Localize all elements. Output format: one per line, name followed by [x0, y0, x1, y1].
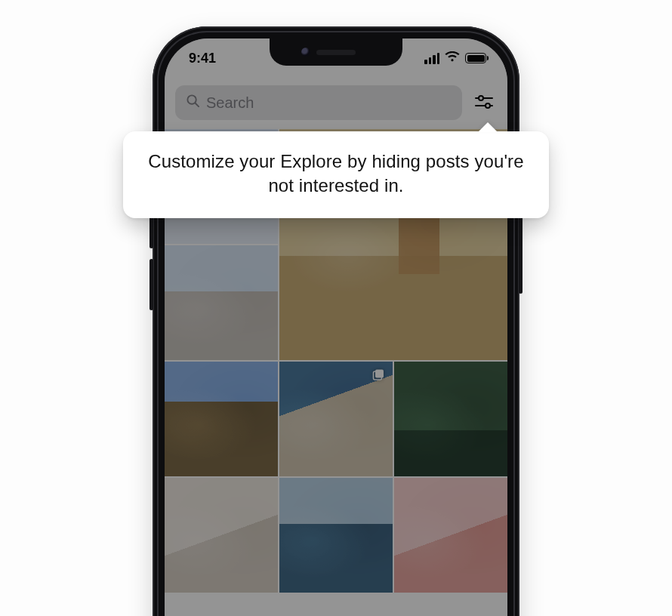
svg-line-1: [196, 103, 199, 106]
explore-tile[interactable]: [279, 478, 393, 593]
explore-tile[interactable]: [165, 362, 278, 476]
svg-rect-6: [375, 370, 384, 378]
search-row: [175, 85, 497, 120]
svg-rect-7: [374, 371, 382, 380]
status-time: 9:41: [189, 51, 216, 66]
volume-down-button: [150, 259, 153, 310]
front-camera-icon: [301, 48, 310, 57]
wifi-icon: [445, 51, 460, 66]
tooltip-arrow-icon: [478, 122, 498, 132]
explore-tile[interactable]: [165, 478, 278, 593]
phone-screen: 9:41: [165, 38, 507, 616]
carousel-badge-icon: [371, 368, 387, 383]
filters-icon: [474, 94, 494, 112]
explore-customize-tooltip[interactable]: Customize your Explore by hiding posts y…: [123, 131, 549, 218]
explore-tile[interactable]: [394, 362, 507, 476]
search-field[interactable]: [175, 85, 462, 120]
device-notch: [270, 38, 402, 66]
battery-icon: [465, 53, 486, 63]
explore-tile[interactable]: [279, 362, 393, 476]
tooltip-text: Customize your Explore by hiding posts y…: [148, 151, 523, 196]
earpiece-speaker: [316, 50, 356, 55]
svg-point-5: [486, 103, 490, 108]
svg-point-3: [479, 96, 483, 100]
side-power-button: [519, 215, 522, 294]
explore-tile[interactable]: [394, 478, 507, 593]
search-icon: [186, 94, 200, 112]
cellular-signal-icon: [424, 53, 439, 64]
explore-tile[interactable]: [165, 245, 278, 360]
search-input[interactable]: [206, 94, 452, 112]
filters-button[interactable]: [471, 85, 497, 120]
phone-frame: 9:41: [153, 26, 519, 616]
